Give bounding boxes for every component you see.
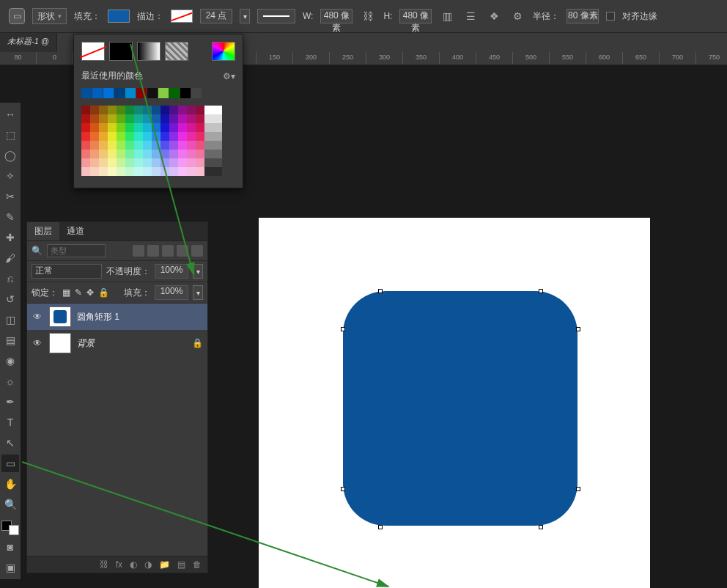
crop-tool-icon[interactable]: ✂	[1, 188, 19, 205]
palette-swatch[interactable]	[204, 106, 213, 114]
channels-tab[interactable]: 通道	[59, 222, 92, 240]
palette-swatch[interactable]	[204, 132, 213, 141]
palette-swatch[interactable]	[134, 114, 143, 123]
palette-swatch[interactable]	[178, 132, 187, 141]
palette-swatch[interactable]	[117, 123, 125, 132]
palette-swatch[interactable]	[187, 150, 196, 158]
palette-swatch[interactable]	[143, 132, 152, 141]
gradient-tool-icon[interactable]: ▤	[1, 331, 19, 349]
marquee-tool-icon[interactable]: ⬚	[1, 126, 19, 144]
layer-row-shape[interactable]: 👁 圆角矩形 1	[27, 304, 207, 330]
align-edges-checkbox[interactable]	[606, 12, 615, 21]
palette-swatch[interactable]	[99, 123, 108, 132]
palette-swatch[interactable]	[99, 141, 108, 150]
visibility-icon[interactable]: 👁	[32, 338, 43, 348]
palette-swatch[interactable]	[152, 123, 160, 132]
palette-swatch[interactable]	[81, 132, 90, 141]
recent-color-swatch[interactable]	[114, 88, 125, 98]
shape-tool-icon[interactable]: ▭	[1, 455, 19, 472]
palette-swatch[interactable]	[152, 141, 160, 150]
palette-swatch[interactable]	[117, 114, 125, 123]
palette-swatch[interactable]	[117, 158, 125, 167]
height-input[interactable]: 480 像素	[399, 9, 432, 23]
layer-row-background[interactable]: 👁 背景 🔒	[27, 330, 207, 356]
palette-swatch[interactable]	[81, 123, 90, 132]
palette-swatch[interactable]	[81, 141, 90, 150]
stamp-tool-icon[interactable]: ⎌	[1, 270, 19, 287]
recent-color-swatch[interactable]	[125, 88, 136, 98]
palette-swatch[interactable]	[134, 158, 143, 167]
palette-swatch[interactable]	[196, 141, 204, 150]
fill-none-icon[interactable]	[81, 42, 105, 61]
palette-swatch[interactable]	[90, 132, 99, 141]
palette-swatch[interactable]	[196, 167, 204, 176]
adjustment-icon[interactable]: ◑	[144, 559, 152, 570]
palette-swatch[interactable]	[81, 114, 90, 123]
palette-swatch[interactable]	[178, 123, 187, 132]
palette-swatch[interactable]	[143, 141, 152, 150]
handle-lb[interactable]	[341, 487, 345, 491]
palette-swatch[interactable]	[117, 167, 125, 176]
recent-color-swatch[interactable]	[191, 88, 202, 98]
palette-swatch[interactable]	[204, 150, 213, 158]
palette-swatch[interactable]	[152, 114, 160, 123]
palette-swatch[interactable]	[108, 123, 117, 132]
palette-swatch[interactable]	[213, 150, 222, 158]
recent-color-swatch[interactable]	[158, 88, 169, 98]
palette-swatch[interactable]	[125, 132, 134, 141]
handle-br[interactable]	[539, 525, 543, 529]
palette-swatch[interactable]	[90, 114, 99, 123]
palette-swatch[interactable]	[187, 132, 196, 141]
path-arrange-icon[interactable]: ❖	[486, 8, 502, 24]
palette-swatch[interactable]	[204, 123, 213, 132]
recent-color-swatch[interactable]	[147, 88, 158, 98]
blend-mode-dropdown[interactable]: 正常	[32, 264, 102, 279]
palette-swatch[interactable]	[117, 141, 125, 150]
palette-swatch[interactable]	[134, 150, 143, 158]
fill-input[interactable]: 100%	[155, 285, 188, 300]
palette-swatch[interactable]	[169, 150, 178, 158]
palette-swatch[interactable]	[196, 106, 204, 114]
eyedropper-tool-icon[interactable]: ✎	[1, 208, 19, 226]
recent-color-swatch[interactable]	[169, 88, 180, 98]
palette-swatch[interactable]	[125, 167, 134, 176]
palette-swatch[interactable]	[204, 158, 213, 167]
fill-solid-icon[interactable]	[109, 42, 133, 61]
palette-swatch[interactable]	[143, 123, 152, 132]
hand-tool-icon[interactable]: ✋	[1, 475, 19, 493]
recent-color-swatch[interactable]	[136, 88, 147, 98]
palette-swatch[interactable]	[178, 158, 187, 167]
opacity-drop-icon[interactable]: ▾	[193, 264, 203, 279]
palette-swatch[interactable]	[143, 106, 152, 114]
handle-bl[interactable]	[378, 525, 383, 529]
pen-tool-icon[interactable]: ✒	[1, 393, 19, 411]
stroke-width-drop-icon[interactable]: ▾	[240, 9, 250, 23]
handle-tr[interactable]	[539, 289, 543, 293]
palette-swatch[interactable]	[204, 141, 213, 150]
palette-swatch[interactable]	[160, 167, 169, 176]
zoom-tool-icon[interactable]: 🔍	[1, 496, 19, 513]
path-align-icon[interactable]: ☰	[462, 8, 479, 24]
handle-rt[interactable]	[576, 327, 580, 331]
eraser-tool-icon[interactable]: ◫	[1, 311, 19, 328]
dodge-tool-icon[interactable]: ☼	[1, 372, 19, 390]
handle-lt[interactable]	[341, 327, 345, 331]
fill-pattern-icon[interactable]	[165, 42, 188, 61]
palette-swatch[interactable]	[152, 106, 160, 114]
palette-swatch[interactable]	[169, 158, 178, 167]
palette-swatch[interactable]	[169, 141, 178, 150]
palette-swatch[interactable]	[143, 114, 152, 123]
palette-swatch[interactable]	[125, 123, 134, 132]
lasso-tool-icon[interactable]: ◯	[1, 147, 19, 164]
palette-swatch[interactable]	[204, 167, 213, 176]
healing-tool-icon[interactable]: ✚	[1, 229, 19, 246]
palette-swatch[interactable]	[134, 167, 143, 176]
palette-swatch[interactable]	[90, 123, 99, 132]
path-ops-combine-icon[interactable]: ▥	[439, 8, 455, 24]
palette-swatch[interactable]	[99, 132, 108, 141]
recent-color-swatch[interactable]	[81, 88, 92, 98]
palette-swatch[interactable]	[108, 132, 117, 141]
palette-swatch[interactable]	[143, 150, 152, 158]
palette-swatch[interactable]	[134, 123, 143, 132]
layer-name[interactable]: 圆角矩形 1	[77, 311, 203, 323]
